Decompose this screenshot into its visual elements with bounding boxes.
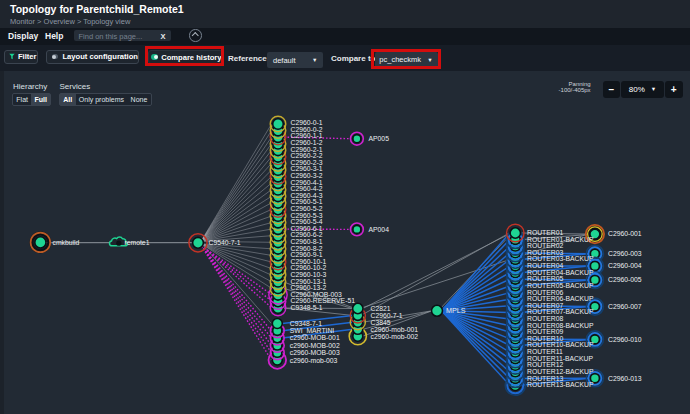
svg-text:C2960-007: C2960-007: [608, 303, 642, 310]
svg-text:C2960-005: C2960-005: [608, 276, 642, 283]
svg-text:MPLS: MPLS: [446, 306, 466, 315]
svg-text:C9348-5-1: C9348-5-1: [291, 304, 323, 311]
svg-text:c2960-MOB-002: c2960-MOB-002: [290, 342, 340, 349]
svg-text:C2960-013: C2960-013: [608, 375, 642, 382]
svg-text:C2960-004: C2960-004: [608, 262, 642, 269]
svg-text:C3845: C3845: [371, 319, 391, 326]
svg-text:remote1: remote1: [125, 239, 150, 246]
svg-text:c2960-MOB-003: c2960-MOB-003: [290, 349, 340, 356]
svg-text:C2960-001: C2960-001: [608, 230, 642, 237]
svg-text:c2960-MOB-001: c2960-MOB-001: [290, 334, 340, 341]
svg-text:cmkbuild: cmkbuild: [53, 239, 80, 246]
svg-text:c2960-mob-003: c2960-mob-003: [290, 357, 338, 364]
svg-text:AP004: AP004: [369, 226, 390, 233]
svg-text:c2960-mob-002: c2960-mob-002: [371, 333, 419, 340]
svg-text:C2960-003: C2960-003: [608, 250, 642, 257]
svg-text:C9348-7-1: C9348-7-1: [290, 320, 322, 327]
svg-text:AP005: AP005: [369, 135, 390, 142]
svg-text:C2960-010: C2960-010: [608, 336, 642, 343]
svg-text:C9540-7-1: C9540-7-1: [209, 239, 241, 246]
svg-text:ROUTER13-BACKUP: ROUTER13-BACKUP: [527, 381, 594, 388]
